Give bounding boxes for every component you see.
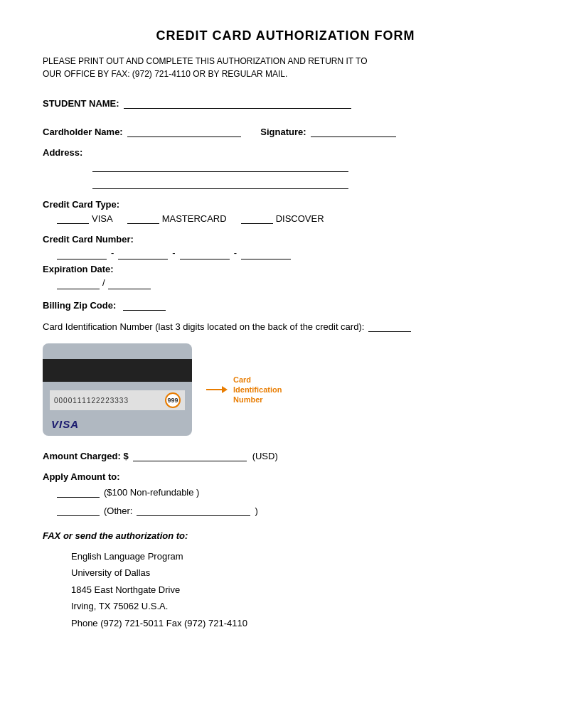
svg-marker-1 xyxy=(222,386,228,393)
phone-fax: Phone (972) 721-5011 Fax (972) 721-4110 xyxy=(71,615,528,631)
card-visual: 0000111122223333 999 VISA xyxy=(43,343,192,436)
visa-option: VISA xyxy=(57,213,113,224)
cc-number-fields: - - - xyxy=(57,247,528,259)
expiry-section: Expiration Date: / xyxy=(43,264,528,289)
apply-opt2-end: ) xyxy=(255,505,257,516)
apply-amount-label: Apply Amount to: xyxy=(43,471,524,482)
amount-underline xyxy=(133,450,247,461)
cardholder-row: Cardholder Name: Signature: xyxy=(43,126,528,137)
address-line-2 xyxy=(92,178,348,189)
apply-opt1-blank xyxy=(57,486,100,498)
currency-label: (USD) xyxy=(252,451,278,461)
student-name-underline xyxy=(124,97,351,109)
cc-number-section: Credit Card Number: - - - xyxy=(43,234,528,259)
address-row: Address: xyxy=(43,147,528,158)
card-signature-area: 0000111122223333 999 xyxy=(50,390,185,410)
cc-seg-4 xyxy=(241,248,291,259)
dash-1: - xyxy=(111,247,114,258)
form-instructions: PLEASE PRINT OUT AND COMPLETE THIS AUTHO… xyxy=(43,55,528,80)
street-address: 1845 East Northgate Drive xyxy=(71,582,528,598)
exp-year xyxy=(108,278,151,289)
signature-underline xyxy=(311,126,396,137)
form-title: CREDIT CARD AUTHORIZATION FORM xyxy=(43,28,528,43)
cid-underline xyxy=(368,321,411,332)
address-label: Address: xyxy=(43,147,82,158)
city-state: Irving, TX 75062 U.S.A. xyxy=(71,598,528,614)
org-name: English Language Program xyxy=(71,548,528,564)
university-name: University of Dallas xyxy=(71,564,528,581)
discover-label: DISCOVER xyxy=(276,213,324,224)
student-name-row: STUDENT NAME: xyxy=(43,97,528,109)
card-label-text: Card Identification Number xyxy=(233,375,282,405)
billing-zip-row: Billing Zip Code: xyxy=(43,299,528,311)
cid-label: Card Identification Number (last 3 digit… xyxy=(43,321,364,332)
discover-option: DISCOVER xyxy=(241,213,324,224)
address-line-1 xyxy=(92,161,348,172)
mastercard-option: MASTERCARD xyxy=(127,213,227,224)
billing-zip-label: Billing Zip Code: xyxy=(43,300,116,311)
card-stripe xyxy=(43,359,192,382)
card-type-section: Credit Card Type: VISA MASTERCARD DISCOV… xyxy=(43,199,528,224)
mastercard-blank xyxy=(127,213,159,224)
cc-seg-3 xyxy=(180,248,230,259)
exp-month xyxy=(57,278,100,289)
apply-options: ($100 Non-refundable ) (Other: ) xyxy=(57,486,528,516)
card-image-container: 0000111122223333 999 VISA Card Identific… xyxy=(43,343,528,436)
fax-section: FAX or send the authorization to: Englis… xyxy=(43,530,528,631)
apply-opt2-blank xyxy=(57,505,100,516)
address-info: English Language Program University of D… xyxy=(71,548,528,631)
signature-label: Signature: xyxy=(260,127,306,137)
card-number-sample: 0000111122223333 xyxy=(54,397,162,405)
card-brand-label: VISA xyxy=(51,418,79,430)
cardholder-name-label: Cardholder Name: xyxy=(43,127,123,137)
amount-charged-row: Amount Charged: $ (USD) xyxy=(43,450,528,461)
student-name-label: STUDENT NAME: xyxy=(43,98,119,109)
cid-row: Card Identification Number (last 3 digit… xyxy=(43,321,528,332)
apply-opt2-input xyxy=(137,505,250,516)
billing-zip-underline xyxy=(123,299,166,311)
visa-label: VISA xyxy=(92,213,113,224)
cc-seg-1 xyxy=(57,248,107,259)
fax-title: FAX or send the authorization to: xyxy=(43,530,528,541)
arrow-icon xyxy=(206,382,228,397)
expiry-fields: / xyxy=(57,277,528,289)
apply-opt2-label: (Other: xyxy=(104,505,132,516)
apply-option-1: ($100 Non-refundable ) xyxy=(57,486,528,498)
card-type-label: Credit Card Type: xyxy=(43,199,524,210)
cc-seg-2 xyxy=(118,248,168,259)
address-lines xyxy=(92,161,528,189)
dash-3: - xyxy=(234,247,237,258)
visa-blank xyxy=(57,213,89,224)
discover-blank xyxy=(241,213,273,224)
address-section: Address: xyxy=(43,147,528,189)
card-label-area: Card Identification Number xyxy=(206,375,282,405)
mastercard-label: MASTERCARD xyxy=(162,213,227,224)
expiry-label: Expiration Date: xyxy=(43,264,524,274)
amount-charged-label: Amount Charged: $ xyxy=(43,451,129,461)
card-type-options: VISA MASTERCARD DISCOVER xyxy=(57,213,528,224)
dash-2: - xyxy=(172,247,175,258)
cardholder-name-underline xyxy=(127,126,241,137)
apply-section: Apply Amount to: ($100 Non-refundable ) … xyxy=(43,471,528,516)
exp-slash: / xyxy=(102,277,105,288)
cid-circle: 999 xyxy=(165,392,181,408)
apply-option-2: (Other: ) xyxy=(57,505,528,516)
cc-number-label: Credit Card Number: xyxy=(43,234,524,245)
apply-opt1-label: ($100 Non-refundable ) xyxy=(104,487,199,498)
